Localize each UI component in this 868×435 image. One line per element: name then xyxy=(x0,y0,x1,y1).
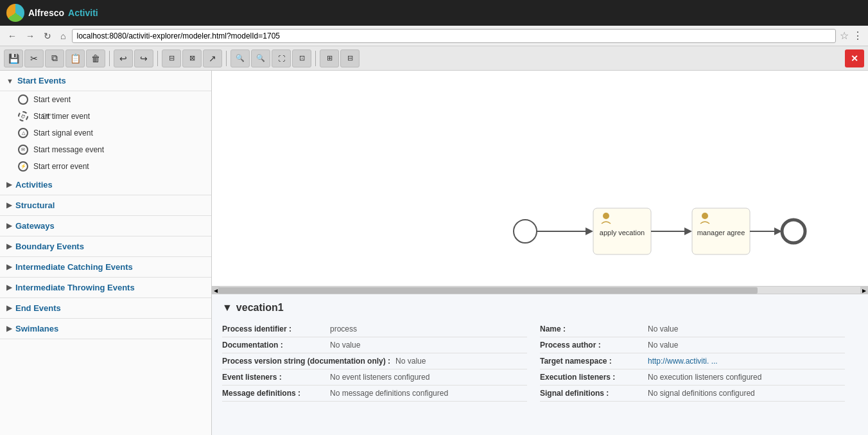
start-timer-label: Start timer event xyxy=(33,112,90,121)
connect-button[interactable]: ↗ xyxy=(203,49,222,67)
sidebar-item-start-error[interactable]: Start error event xyxy=(0,158,211,175)
topbar: localhost:8080/activiti-explorer/modeler… xyxy=(0,0,868,26)
end-events-arrow: ▶ xyxy=(6,304,12,312)
main-toolbar: 💾 ✂ ⧉ 📋 🗑 ↩ ↪ ⊟ ⊠ ↗ 🔍 🔍 ⛶ ⊡ ⊞ ⊟ ✕ xyxy=(0,46,868,71)
scroll-right-button[interactable]: ▶ xyxy=(860,287,868,294)
logo-alfresco-text: Alfresco xyxy=(28,8,64,18)
properties-collapse-arrow[interactable]: ▼ xyxy=(222,302,232,314)
zoom-out-button[interactable]: 🔍 xyxy=(251,49,270,67)
cut-button[interactable]: ✂ xyxy=(24,49,44,67)
app-logo: localhost:8080/activiti-explorer/modeler… xyxy=(6,4,98,22)
sidebar-section-swimlanes[interactable]: ▶ Swimlanes xyxy=(0,319,211,339)
prop-label-version-string: Process version string (documentation on… xyxy=(222,357,390,366)
paste-button[interactable]: 📋 xyxy=(65,49,85,67)
redo-button[interactable]: ↪ xyxy=(134,49,153,67)
prop-row-name: Name : No value xyxy=(540,321,845,337)
sidebar-section-start-events[interactable]: ▼ Start Events xyxy=(0,71,211,91)
prop-row-event-listeners: Event listeners : No event listeners con… xyxy=(222,369,527,386)
start-message-label: Start message event xyxy=(33,145,104,154)
start-timer-icon: ⏱ xyxy=(18,111,28,121)
undo-button[interactable]: ↩ xyxy=(114,49,133,67)
prop-row-version-string: Process version string (documentation on… xyxy=(222,353,527,369)
prop-label-target-namespace: Target namespace : xyxy=(540,357,643,366)
prop-label-documentation: Documentation : xyxy=(222,341,325,350)
sidebar-item-start-signal[interactable]: Start signal event xyxy=(0,125,211,141)
properties-col-left: Process identifier : process Documentati… xyxy=(222,321,540,402)
canvas-horizontal-scrollbar[interactable]: ◀ ▶ xyxy=(212,286,868,294)
start-event-icon xyxy=(18,94,28,105)
copy-button[interactable]: ⧉ xyxy=(45,49,64,67)
close-button[interactable]: ✕ xyxy=(845,49,864,67)
address-bar: ← → ↻ ⌂ ☆ ⋮ xyxy=(0,26,868,46)
bpmn-canvas[interactable]: apply vecation manager agree xyxy=(212,71,868,286)
svg-text:apply vecation: apply vecation xyxy=(600,229,645,236)
prop-row-signal-defs: Signal definitions : No signal definitio… xyxy=(540,386,845,402)
prop-label-process-id: Process identifier : xyxy=(222,324,325,333)
start-signal-label: Start signal event xyxy=(33,129,93,138)
swimlanes-label: Swimlanes xyxy=(15,324,58,333)
intermediate-throwing-label: Intermediate Throwing Events xyxy=(15,283,135,292)
sidebar-section-intermediate-throwing[interactable]: ▶ Intermediate Throwing Events xyxy=(0,278,211,298)
prop-value-process-author: No value xyxy=(648,341,678,350)
logo-icon xyxy=(6,4,24,22)
boundary-events-arrow: ▶ xyxy=(6,242,12,251)
prop-label-execution-listeners: Execution listeners : xyxy=(540,373,643,382)
gateways-arrow: ▶ xyxy=(6,222,12,230)
sidebar-section-end-events[interactable]: ▶ End Events xyxy=(0,298,211,319)
prop-row-message-defs: Message definitions : No message definit… xyxy=(222,386,527,402)
sidebar-item-start-event[interactable]: Start event xyxy=(0,91,211,108)
prop-label-signal-defs: Signal definitions : xyxy=(540,389,643,398)
zoom-in-button[interactable]: 🔍 xyxy=(230,49,250,67)
toolbar-separator-3 xyxy=(226,51,227,66)
scroll-thumb[interactable] xyxy=(218,287,758,294)
back-button[interactable]: ← xyxy=(5,30,19,42)
sidebar-section-gateways[interactable]: ▶ Gateways xyxy=(0,216,211,236)
properties-title: ▼ vecation1 xyxy=(222,302,858,314)
start-events-arrow: ▼ xyxy=(6,77,13,85)
save-button[interactable]: 💾 xyxy=(4,49,23,67)
logo-activiti-text: Activiti xyxy=(68,8,98,18)
bpmn-diagram-svg: apply vecation manager agree xyxy=(212,71,868,286)
prop-label-process-author: Process author : xyxy=(540,341,643,350)
browser-menu-button[interactable]: ⋮ xyxy=(853,30,863,42)
intermediate-catching-label: Intermediate Catching Events xyxy=(15,262,133,272)
prop-value-documentation: No value xyxy=(330,341,360,350)
distribute-button[interactable]: ⊟ xyxy=(340,49,360,67)
prop-value-message-defs: No message definitions configured xyxy=(330,389,448,398)
start-error-label: Start error event xyxy=(33,162,89,171)
start-error-icon xyxy=(18,161,28,172)
properties-title-text: vecation1 xyxy=(236,302,284,314)
intermediate-throwing-arrow: ▶ xyxy=(6,283,12,292)
properties-col-right: Name : No value Process author : No valu… xyxy=(540,321,858,402)
activities-label: Activities xyxy=(15,180,53,190)
prop-label-name: Name : xyxy=(540,324,643,333)
start-event-label: Start event xyxy=(33,95,71,104)
start-signal-icon xyxy=(18,128,28,138)
swimlanes-arrow: ▶ xyxy=(6,324,12,333)
sidebar-section-boundary-events[interactable]: ▶ Boundary Events xyxy=(0,236,211,257)
bookmark-button[interactable]: ☆ xyxy=(840,30,849,42)
prop-value-event-listeners: No event listeners configured xyxy=(330,373,430,382)
sidebar-item-start-message[interactable]: Start message event xyxy=(0,141,211,158)
align-button[interactable]: ⊞ xyxy=(320,49,339,67)
prop-value-execution-listeners: No execution listeners configured xyxy=(648,373,761,382)
prop-value-signal-defs: No signal definitions configured xyxy=(648,389,755,398)
address-input[interactable] xyxy=(72,29,836,43)
fit-button[interactable]: ⛶ xyxy=(272,49,291,67)
sidebar-section-intermediate-catching[interactable]: ▶ Intermediate Catching Events xyxy=(0,257,211,278)
lane-button[interactable]: ⊠ xyxy=(182,49,202,67)
actual-size-button[interactable]: ⊡ xyxy=(292,49,311,67)
structural-label: Structural xyxy=(15,200,55,210)
end-events-label: End Events xyxy=(15,303,61,313)
home-button[interactable]: ⌂ xyxy=(58,30,68,42)
sidebar-item-start-timer[interactable]: ⏱ Start timer event xyxy=(0,108,211,125)
delete-button[interactable]: 🗑 xyxy=(86,49,105,67)
refresh-button[interactable]: ↻ xyxy=(41,30,54,42)
svg-marker-2 xyxy=(586,227,593,235)
prop-row-process-author: Process author : No value xyxy=(540,337,845,353)
sidebar-section-structural[interactable]: ▶ Structural xyxy=(0,195,211,216)
forward-button[interactable]: → xyxy=(23,30,37,42)
prop-row-process-id: Process identifier : process xyxy=(222,321,527,337)
sidebar-section-activities[interactable]: ▶ Activities xyxy=(0,175,211,195)
swimlane-button[interactable]: ⊟ xyxy=(162,49,181,67)
